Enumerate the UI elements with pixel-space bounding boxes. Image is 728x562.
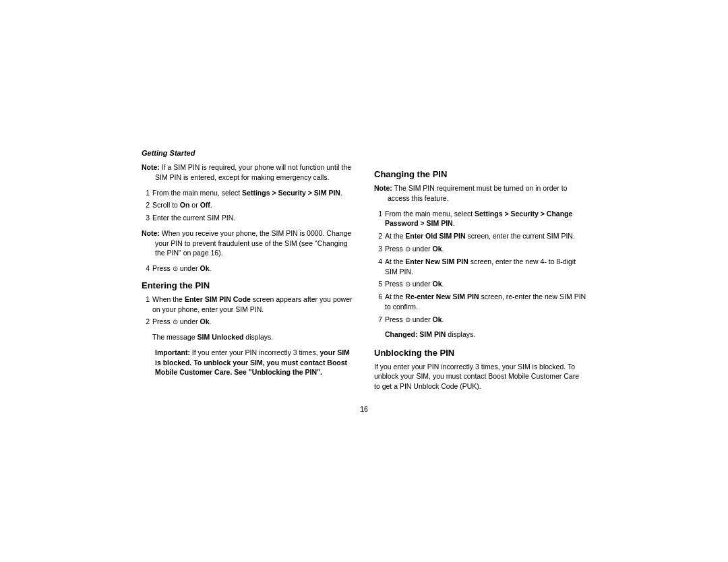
sim-pin-note-middle: Note: When you receive your phone, the S…: [142, 228, 354, 258]
steps-list-top: 1 From the main menu, select Settings > …: [142, 188, 354, 223]
changed-line: Changed: SIM PIN displays.: [385, 330, 586, 338]
entering-steps-list: 1 When the Enter SIM PIN Code screen app…: [142, 294, 354, 327]
section-changing-pin: Changing the PIN: [374, 169, 586, 179]
note-text-middle: When you receive your phone, the SIM PIN…: [155, 229, 351, 257]
sim-unlocked-message: The message SIM Unlocked displays.: [152, 332, 354, 342]
step-4-list: 4 Press ⊙ under Ok.: [142, 263, 354, 274]
changing-step-4: 4 At the Enter New SIM PIN screen, enter…: [374, 257, 586, 276]
section-unblocking-pin: Unblocking the PIN: [374, 348, 586, 358]
right-column: Changing the PIN Note: The SIM PIN requi…: [374, 162, 586, 391]
note-label: Note:: [142, 163, 162, 171]
step-1: 1 From the main menu, select Settings > …: [142, 188, 354, 198]
changing-note-text: The SIM PIN requirement must be turned o…: [388, 184, 568, 202]
step-4: 4 Press ⊙ under Ok.: [142, 263, 354, 274]
note-text: If a SIM PIN is required, your phone wil…: [155, 163, 351, 181]
left-column: Note: If a SIM PIN is required, your pho…: [142, 162, 354, 381]
changing-step-6: 6 At the Re-enter New SIM PIN screen, re…: [374, 292, 586, 311]
important-block: Important: If you enter your PIN incorre…: [142, 348, 354, 377]
changing-step-5: 5 Press ⊙ under Ok.: [374, 279, 586, 289]
step-2: 2 Scroll to On or Off.: [142, 200, 354, 210]
changing-step-2: 2 At the Enter Old SIM PIN screen, enter…: [374, 231, 586, 241]
ok-symbol-5: ⊙: [405, 316, 411, 323]
entering-step-1: 1 When the Enter SIM PIN Code screen app…: [142, 294, 354, 314]
changing-note: Note: The SIM PIN requirement must be tu…: [374, 183, 586, 203]
page-number: 16: [142, 405, 586, 413]
changing-step-7: 7 Press ⊙ under Ok.: [374, 315, 586, 325]
note-label-middle: Note:: [142, 229, 162, 237]
ok-symbol-3: ⊙: [405, 245, 411, 253]
changing-step-1: 1 From the main menu, select Settings > …: [374, 209, 586, 228]
step-3: 3 Enter the current SIM PIN.: [142, 213, 354, 223]
ok-symbol-4: ⊙: [405, 280, 411, 288]
important-label: Important:: [155, 348, 192, 356]
unblocking-text: If you enter your PIN incorrectly 3 time…: [374, 362, 586, 392]
ok-symbol-2: ⊙: [173, 318, 178, 325]
changing-steps-list: 1 From the main menu, select Settings > …: [374, 209, 586, 325]
page: Getting Started Note: If a SIM PIN is re…: [135, 135, 593, 426]
changing-step-3: 3 Press ⊙ under Ok.: [374, 244, 586, 254]
ok-symbol: ⊙: [173, 265, 178, 272]
entering-step-2: 2 Press ⊙ under Ok.: [142, 317, 354, 327]
section-entering-pin: Entering the PIN: [142, 280, 354, 290]
sim-pin-note: Note: If a SIM PIN is required, your pho…: [142, 162, 354, 182]
two-column-layout: Note: If a SIM PIN is required, your pho…: [142, 162, 586, 391]
page-header: Getting Started: [142, 149, 586, 157]
changing-note-label: Note:: [374, 184, 394, 192]
